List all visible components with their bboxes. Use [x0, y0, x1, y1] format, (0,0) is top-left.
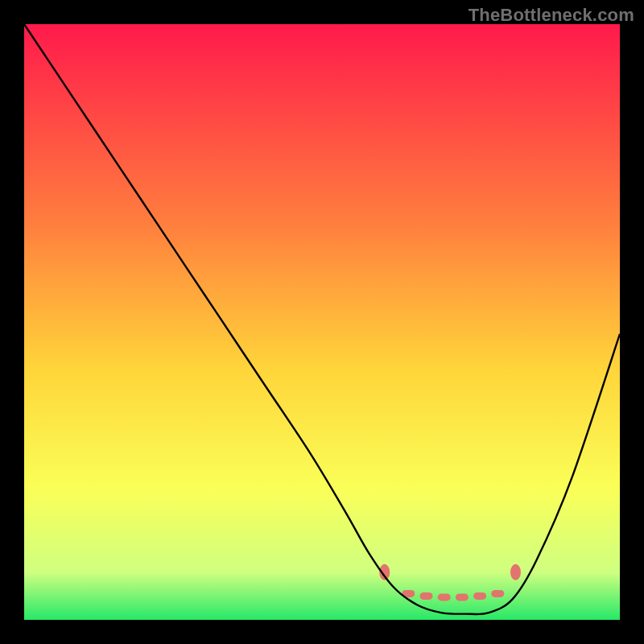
dash-4	[456, 593, 469, 601]
plot-area	[24, 24, 620, 620]
dash-3	[438, 593, 451, 601]
watermark-text: TheBottleneck.com	[469, 5, 634, 26]
gradient-background	[24, 24, 620, 620]
dash-5	[473, 592, 486, 600]
chart-svg	[24, 24, 620, 620]
chart-frame: TheBottleneck.com	[0, 0, 644, 644]
dot-right	[510, 564, 521, 580]
dash-6	[491, 590, 504, 597]
dash-2	[420, 592, 433, 600]
